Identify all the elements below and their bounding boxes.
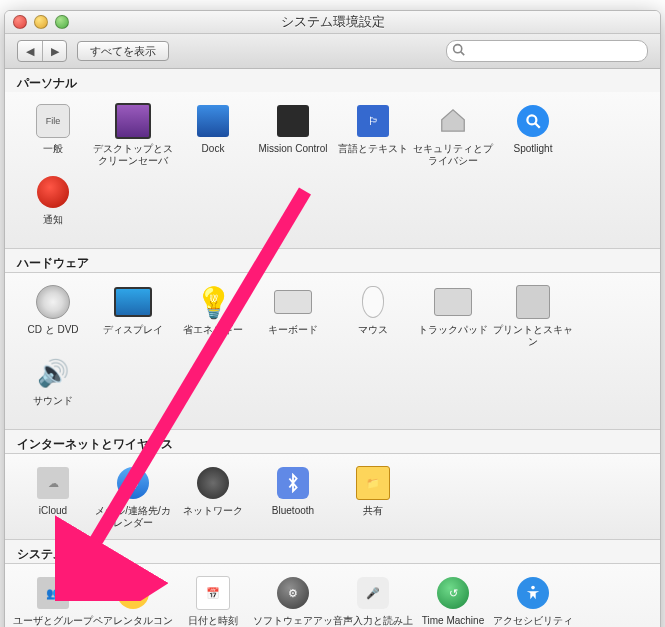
section-internet: ☁iCloud @メール/連絡先/カレンダー ネットワーク Bluetooth …: [5, 453, 660, 540]
search-icon: [452, 43, 465, 58]
nav-segment: ◀ ▶: [17, 40, 67, 62]
pref-mission-control[interactable]: Mission Control: [253, 102, 333, 167]
notification-icon: [37, 176, 69, 208]
pref-language[interactable]: 🏳言語とテキスト: [333, 102, 413, 167]
pref-mouse[interactable]: マウス: [333, 283, 413, 348]
traffic-lights: [5, 15, 69, 29]
window-title: システム環境設定: [5, 13, 660, 31]
display-icon: [114, 287, 152, 317]
section-title-system: システム: [5, 540, 660, 563]
dock-icon: [197, 105, 229, 137]
pref-users[interactable]: 👥ユーザとグループ: [13, 574, 93, 627]
pref-icloud[interactable]: ☁iCloud: [13, 464, 93, 529]
svg-line-1: [461, 52, 464, 55]
at-icon: @: [117, 467, 149, 499]
pref-sound[interactable]: 🔊サウンド: [13, 354, 93, 419]
titlebar: システム環境設定: [5, 11, 660, 34]
pref-general[interactable]: File一般: [13, 102, 93, 167]
section-title-internet: インターネットとワイヤレス: [5, 430, 660, 453]
system-preferences-window: システム環境設定 ◀ ▶ すべてを表示 パーソナル File一般 デスクトップと…: [4, 10, 661, 627]
speaker-icon: 🔊: [37, 358, 69, 389]
parental-icon: [117, 577, 149, 609]
pref-energy[interactable]: 💡省エネルギー: [173, 283, 253, 348]
users-icon: 👥: [37, 577, 69, 609]
clock-icon: ↺: [437, 577, 469, 609]
pref-bluetooth[interactable]: Bluetooth: [253, 464, 333, 529]
pref-mail[interactable]: @メール/連絡先/カレンダー: [93, 464, 173, 529]
section-title-hardware: ハードウェア: [5, 249, 660, 272]
bulb-icon: 💡: [195, 285, 232, 320]
minimize-icon[interactable]: [34, 15, 48, 29]
desktop-icon: [115, 103, 151, 139]
pref-speech[interactable]: 🎤音声入力と読み上げ: [333, 574, 413, 627]
section-personal: File一般 デスクトップとスクリーンセーバ Dock Mission Cont…: [5, 92, 660, 249]
pref-print[interactable]: プリントとスキャン: [493, 283, 573, 348]
appearance-icon: File: [36, 104, 70, 138]
pref-sharing[interactable]: 📁共有: [333, 464, 413, 529]
disc-icon: [36, 285, 70, 319]
pref-time-machine[interactable]: ↺Time Machine: [413, 574, 493, 627]
folder-icon: 📁: [356, 466, 390, 500]
gear-icon: ⚙: [277, 577, 309, 609]
mission-control-icon: [277, 105, 309, 137]
search-field[interactable]: [446, 40, 648, 62]
printer-icon: [516, 285, 550, 319]
accessibility-icon: [517, 577, 549, 609]
mouse-icon: [362, 286, 384, 318]
svg-point-0: [454, 45, 462, 53]
close-icon[interactable]: [13, 15, 27, 29]
pref-notifications[interactable]: 通知: [13, 173, 93, 238]
flag-icon: 🏳: [357, 105, 389, 137]
svg-point-2: [527, 115, 536, 124]
house-icon: [438, 104, 468, 138]
back-button[interactable]: ◀: [18, 41, 42, 61]
microphone-icon: 🎤: [357, 577, 389, 609]
pref-software-update[interactable]: ⚙ソフトウェアアップデート: [253, 574, 333, 627]
zoom-icon[interactable]: [55, 15, 69, 29]
cloud-icon: ☁: [37, 467, 69, 499]
pref-cd-dvd[interactable]: CD と DVD: [13, 283, 93, 348]
forward-button[interactable]: ▶: [42, 41, 66, 61]
pref-datetime[interactable]: 📅日付と時刻: [173, 574, 253, 627]
pref-parental[interactable]: ペアレンタルコントロール: [93, 574, 173, 627]
pref-network[interactable]: ネットワーク: [173, 464, 253, 529]
show-all-button[interactable]: すべてを表示: [77, 41, 169, 61]
pref-displays[interactable]: ディスプレイ: [93, 283, 173, 348]
section-hardware: CD と DVD ディスプレイ 💡省エネルギー キーボード マウス トラックパッ…: [5, 272, 660, 430]
pref-security[interactable]: セキュリティとプライバシー: [413, 102, 493, 167]
content: パーソナル File一般 デスクトップとスクリーンセーバ Dock Missio…: [5, 69, 660, 627]
search-input[interactable]: [446, 40, 648, 62]
svg-line-3: [535, 123, 540, 128]
pref-dock[interactable]: Dock: [173, 102, 253, 167]
pref-accessibility[interactable]: アクセシビリティ: [493, 574, 573, 627]
magnifier-icon: [517, 105, 549, 137]
svg-point-4: [531, 586, 535, 590]
section-title-personal: パーソナル: [5, 69, 660, 92]
bluetooth-icon: [277, 467, 309, 499]
pref-trackpad[interactable]: トラックパッド: [413, 283, 493, 348]
pref-keyboard[interactable]: キーボード: [253, 283, 333, 348]
section-system: 👥ユーザとグループ ペアレンタルコントロール 📅日付と時刻 ⚙ソフトウェアアップ…: [5, 563, 660, 627]
keyboard-icon: [274, 290, 312, 314]
globe-icon: [197, 467, 229, 499]
toolbar: ◀ ▶ すべてを表示: [5, 34, 660, 69]
pref-spotlight[interactable]: Spotlight: [493, 102, 573, 167]
calendar-icon: 📅: [196, 576, 230, 610]
pref-desktop[interactable]: デスクトップとスクリーンセーバ: [93, 102, 173, 167]
trackpad-icon: [434, 288, 472, 316]
